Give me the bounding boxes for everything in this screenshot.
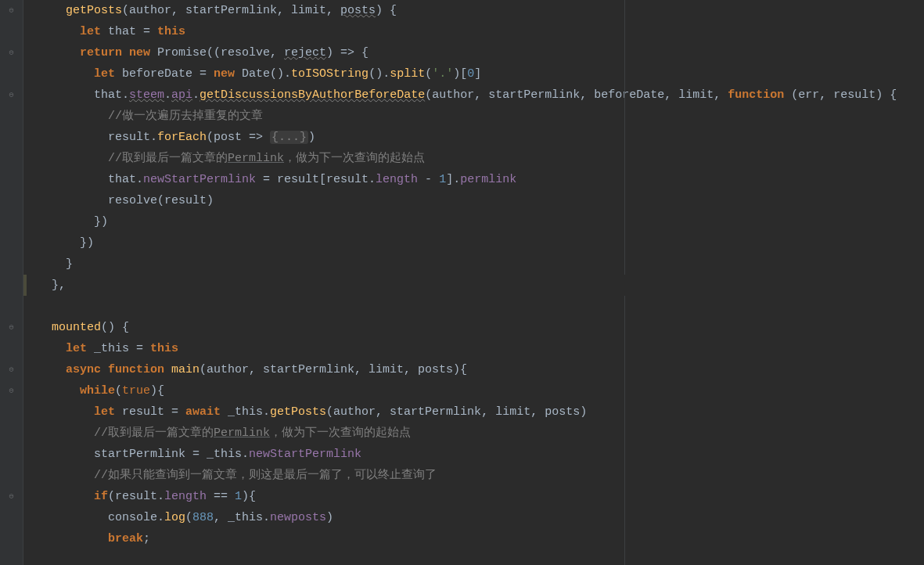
- code-line[interactable]: [38, 296, 924, 317]
- code-line[interactable]: //做一次遍历去掉重复的文章: [38, 106, 924, 127]
- code-line[interactable]: }: [38, 254, 924, 275]
- code-line[interactable]: },: [38, 275, 924, 296]
- code-editor[interactable]: getPosts(author, startPermlink, limit, p…: [23, 0, 924, 565]
- code-line[interactable]: getPosts(author, startPermlink, limit, p…: [38, 0, 924, 21]
- code-line[interactable]: //取到最后一篇文章的Permlink，做为下一次查询的起始点: [38, 148, 924, 169]
- code-line[interactable]: async function main(author, startPermlin…: [38, 359, 924, 380]
- code-line[interactable]: mounted() {: [38, 317, 924, 338]
- code-line[interactable]: let beforeDate = new Date().toISOString(…: [38, 63, 924, 85]
- code-line[interactable]: startPermlink = _this.newStartPermlink: [38, 444, 924, 465]
- code-line[interactable]: while(true){: [38, 380, 924, 401]
- code-line[interactable]: console.log(888, _this.newposts): [38, 507, 924, 528]
- fold-marker[interactable]: ⊖: [0, 317, 23, 338]
- fold-marker[interactable]: ⊖: [0, 85, 23, 106]
- code-line[interactable]: let that = this: [38, 21, 924, 42]
- code-line[interactable]: //如果只能查询到一篇文章，则这是最后一篇了，可以终止查询了: [38, 465, 924, 486]
- code-line[interactable]: }): [38, 211, 924, 232]
- code-line[interactable]: return new Promise((resolve, reject) => …: [38, 42, 924, 63]
- code-line[interactable]: let _this = this: [38, 338, 924, 359]
- code-line[interactable]: let result = await _this.getPosts(author…: [38, 401, 924, 423]
- fold-marker[interactable]: ⊖: [0, 486, 23, 507]
- code-line[interactable]: }): [38, 232, 924, 254]
- code-line[interactable]: //取到最后一篇文章的Permlink，做为下一次查询的起始点: [38, 423, 924, 444]
- code-line[interactable]: break;: [38, 528, 924, 549]
- editor-gutter: ⊖ ⊖ ⊖ ⊖ ⊖ ⊖ ⊖: [0, 0, 23, 565]
- code-line[interactable]: that.steem.api.getDiscussionsByAuthorBef…: [38, 85, 924, 106]
- code-fold-icon: {...}: [270, 131, 308, 144]
- fold-marker[interactable]: ⊖: [0, 42, 23, 63]
- fold-marker[interactable]: ⊖: [0, 380, 23, 401]
- fold-marker[interactable]: ⊖: [0, 359, 23, 380]
- code-line[interactable]: if(result.length == 1){: [38, 486, 924, 507]
- fold-marker[interactable]: ⊖: [0, 0, 23, 21]
- code-line[interactable]: result.forEach(post => {...}): [38, 127, 924, 148]
- code-line[interactable]: resolve(result): [38, 190, 924, 211]
- code-line[interactable]: that.newStartPermlink = result[result.le…: [38, 169, 924, 190]
